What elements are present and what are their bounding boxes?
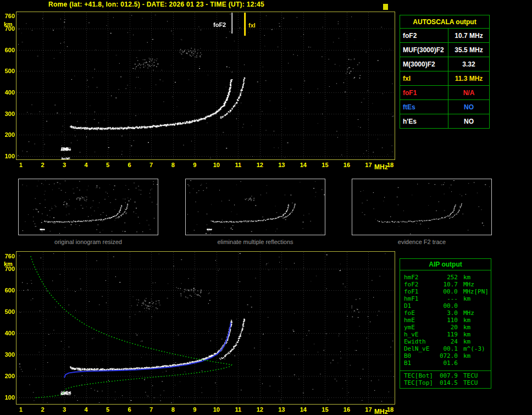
autoscala-header: AUTOSCALA output [400,15,490,29]
aip-value: 252 [436,274,458,281]
x-tick-label: 10 [212,406,221,413]
thumbnail-caption-2: eliminate multiple reflections [185,239,325,245]
aip-row: foE3.0MHz [400,309,491,317]
aip-unit: TECU [463,372,478,379]
aip-unit: MHz [463,309,474,317]
aip-unit: km [463,317,470,324]
aip-extra: [PN] [474,288,489,295]
param-value: NO [448,100,490,114]
x-tick-label: 5 [103,406,113,413]
aip-name: h_vE [404,331,436,338]
thumbnail-multiple-reflections [185,179,325,235]
aip-unit: km [463,331,470,338]
aip-value: 119 [436,331,458,338]
autoscala-row: foF210.7 MHz [400,29,490,43]
aip-row: ymE20km [400,324,491,331]
aip-value: 110 [436,317,458,324]
aip-name: hmF1 [404,295,436,302]
x-tick-label: 16 [342,162,352,168]
param-value: NO [448,114,490,129]
aip-value: 007.9 [436,372,458,379]
aip-rows: hmF2252kmfoF210.7MHzfoF100.0MHz[PN]hmF1-… [400,270,491,367]
param-label: MUF(3000)F2 [400,43,448,57]
x-tick-label: 17 [363,162,373,168]
y-tick-label: 700 [1,25,15,32]
ionogram-bottom-panel [16,251,395,405]
aip-value: 014.5 [436,379,458,386]
aip-name: D1 [404,302,436,309]
x-tick-label: 13 [276,406,286,413]
aip-value: 00.1 [436,345,458,352]
param-label: fxI [400,71,448,86]
y-tick-label: 600 [1,47,15,53]
y-tick-label: 200 [1,373,15,379]
y-tick-label: 700 [1,265,15,272]
aip-header: AIP output [400,259,491,270]
x-tick-label: 14 [298,162,308,168]
aip-output-table: AIP output hmF2252kmfoF210.7MHzfoF100.0M… [400,258,491,389]
x-tick-label: 16 [342,406,352,413]
x-tick-label: 3 [59,406,69,413]
y-tick-label: 400 [1,89,15,96]
x-tick-label: 1 [16,406,26,413]
aip-value: 20 [436,324,458,331]
x-tick-label: 2 [38,162,48,168]
y-tick-label: 400 [1,330,15,336]
y-tick-label: 760 [1,253,15,259]
param-value: 11.3 MHz [448,71,490,86]
param-label: M(3000)F2 [400,57,448,71]
aip-value: 3.0 [436,309,458,317]
aip-unit: m^(-3) [463,345,485,352]
y-tick-label: 100 [1,153,15,159]
y-tick-label: 760 [1,13,15,19]
aip-unit: km [463,324,470,331]
thumbnail-reflections-canvas [186,179,325,235]
aip-name: Ewidth [404,338,436,345]
aip-name: foF1 [404,288,436,295]
aip-value: 10.7 [436,281,458,288]
param-value: 3.32 [448,57,490,71]
x-tick-label: 6 [125,162,135,168]
aip-unit: km [463,352,470,359]
param-label: foF1 [400,86,448,100]
param-label: foF2 [400,29,448,43]
x-tick-label: 14 [298,406,308,413]
aip-row: B101.6 [400,359,491,367]
y-tick-label: 300 [1,110,15,117]
x-tick-label: 15 [320,406,330,413]
x-tick-label: 2 [38,406,48,413]
aip-row: DelN_vE00.1m^(-3) [400,345,491,352]
x-tick-label: 12 [255,406,265,413]
x-tick-label: 7 [146,162,156,168]
aip-name: foE [404,309,436,317]
aip-name: TEC[Top] [404,379,436,386]
param-value: N/A [448,86,490,100]
aip-unit: km [463,338,470,345]
x-tick-label: 18 [385,406,395,413]
aip-name: ymE [404,324,436,331]
aip-row: foF210.7MHz [400,281,491,288]
x-tick-label: 15 [320,162,330,168]
autoscala-row: foF1N/A [400,86,490,100]
aip-unit: TECU [463,379,478,386]
aip-row: h_vE119km [400,331,491,338]
x-tick-label: 11 [233,162,243,168]
x-tick-label: 3 [59,162,69,168]
aip-tec-section: TEC[Bot]007.9TECUTEC[Top]014.5TECU [400,370,491,388]
y-tick-label: 100 [1,394,15,401]
aip-value: --- [436,295,458,302]
aip-name: B1 [404,359,436,367]
autoscala-row: ftEsNO [400,100,490,114]
param-label: ftEs [400,100,448,114]
autoscala-app: Rome (lat: +41.8, lon: 012.5) - DATE: 20… [0,0,532,415]
thumbnail-f2-canvas [352,179,491,235]
x-tick-label: 4 [81,406,91,413]
x-tick-label: 4 [81,162,91,168]
aip-unit: km [463,295,470,302]
x-tick-label: 17 [363,406,373,413]
x-tick-label: 12 [255,162,265,168]
x-tick-label: 8 [168,406,178,413]
aip-name: DelN_vE [404,345,436,352]
thumbnail-original-canvas [19,179,158,235]
autoscala-header-row: AUTOSCALA output [400,15,490,29]
